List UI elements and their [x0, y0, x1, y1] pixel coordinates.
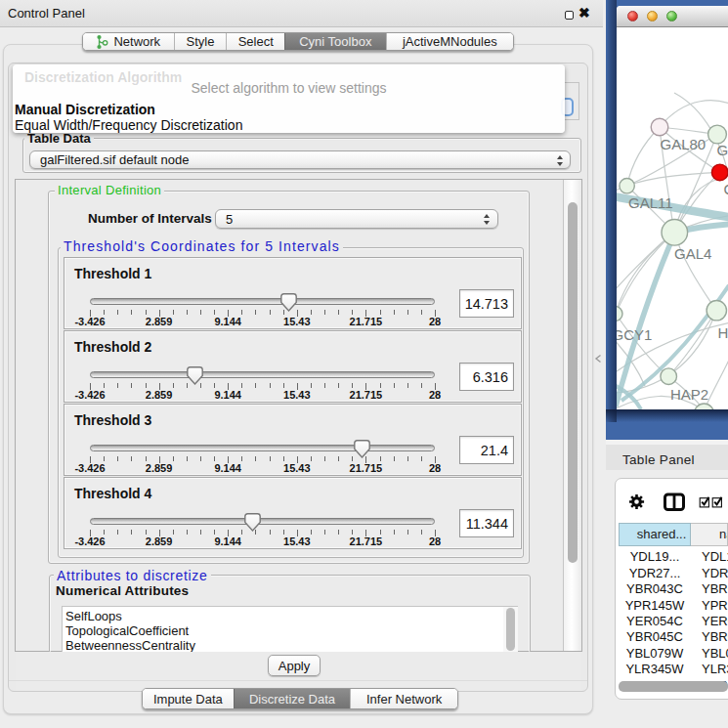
svg-text:GCY1: GCY1	[617, 326, 652, 343]
svg-text:GAL80: GAL80	[661, 136, 707, 152]
svg-text:GAL4: GAL4	[674, 245, 711, 262]
svg-text:G.: G.	[717, 142, 728, 158]
svg-text:HI: HI	[718, 324, 728, 341]
svg-text:C: C	[724, 181, 728, 197]
svg-text:HAP2: HAP2	[670, 386, 708, 403]
svg-text:GAL11: GAL11	[628, 194, 673, 211]
